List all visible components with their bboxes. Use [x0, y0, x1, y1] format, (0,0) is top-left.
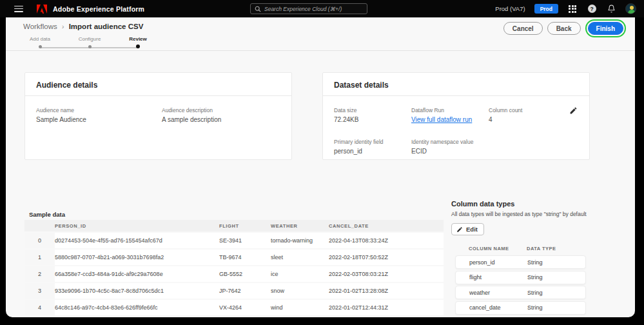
step-dot [39, 45, 42, 48]
sample-data-table: PERSON_ID FLIGHT WEATHER CANCEL_DATE 0 d… [24, 220, 444, 317]
dataset-details-card: Dataset details Data size 72.24KB Datafl… [322, 72, 590, 160]
column-data-types-title: Column data types [451, 200, 596, 208]
search-icon [255, 6, 261, 12]
notifications-bell-icon[interactable] [606, 4, 616, 14]
cancel-button[interactable]: Cancel [503, 22, 543, 35]
dataset-details-title: Dataset details [334, 81, 389, 90]
dataflow-run-field: Dataflow Run View full dataflow run [411, 107, 472, 123]
top-bar: Adobe Experience Platform Prod (VA7) Pro… [0, 0, 644, 17]
sample-data-header-row: PERSON_ID FLIGHT WEATHER CANCEL_DATE [24, 220, 444, 231]
search-box[interactable] [250, 3, 367, 14]
breadcrumb-separator: › [62, 23, 64, 30]
breadcrumb-workflows-link[interactable]: Workflows [23, 23, 57, 30]
step-configure[interactable]: Configure [68, 36, 111, 48]
audience-name-field: Audience name Sample Audience [36, 107, 86, 123]
table-row: 1 5880c987-0707-4b21-a069-3031b7698fa2 T… [24, 250, 444, 265]
step-review[interactable]: Review [117, 36, 159, 48]
column-count-field: Column count 4 [489, 107, 522, 123]
user-avatar[interactable] [625, 3, 636, 14]
audience-description-field: Audience description A sample descriptio… [162, 107, 221, 123]
column-data-types-panel: Column data types All data types will be… [451, 200, 596, 316]
finish-button[interactable]: Finish [588, 22, 623, 35]
edit-dataset-pencil-icon[interactable] [569, 106, 578, 115]
edit-data-types-button[interactable]: Edit [451, 223, 484, 235]
list-item: weather String [455, 286, 586, 299]
list-item: person_id String [455, 255, 586, 269]
pencil-icon [456, 226, 463, 233]
adobe-logo-icon [36, 4, 47, 14]
breadcrumb: Workflows › Import audience CSV [23, 23, 143, 30]
sample-data-title: Sample data [29, 211, 65, 218]
list-item: flight String [455, 271, 586, 284]
table-row: 2 66a358e7-ccd3-484a-91dc-af9c29a7608e G… [24, 266, 444, 282]
search-input[interactable] [264, 6, 363, 12]
identity-namespace-field: Identity namespace value ECID [411, 139, 473, 155]
column-data-types-subtitle: All data types will be ingested as type … [451, 211, 596, 217]
table-row: 3 933e9096-1b70-4c5c-8ac7-8c8d706c5dc1 J… [24, 283, 444, 299]
environment-badge[interactable]: Prod [534, 4, 558, 14]
step-dot [88, 45, 92, 48]
list-item: cancel_date String [455, 301, 586, 315]
audience-details-title: Audience details [36, 81, 97, 90]
primary-identity-field: Primary identity field person_id [334, 139, 384, 155]
environment-label: Prod (VA7) [495, 5, 525, 12]
step-dot [136, 44, 140, 48]
main-content: Workflows › Import audience CSV Cancel B… [6, 17, 635, 317]
app-switcher-grid-icon[interactable] [567, 4, 578, 14]
page-title: Import audience CSV [69, 23, 144, 30]
data-size-field: Data size 72.24KB [334, 107, 358, 123]
column-types-header-row: COLUMN NAME DATA TYPE [451, 246, 596, 251]
view-dataflow-run-link[interactable]: View full dataflow run [411, 116, 472, 123]
workflow-steps: Add data Configure Review [19, 36, 154, 50]
finish-button-highlight: Finish [585, 19, 626, 37]
audience-details-card: Audience details Audience name Sample Au… [24, 72, 292, 160]
back-button[interactable]: Back [547, 22, 581, 35]
table-row: 4 64c8c146-a97c-4cb4-83e6-626ff9fe66fc V… [24, 300, 444, 315]
help-icon[interactable]: ? [587, 4, 597, 14]
header-divider [6, 50, 635, 51]
app-title: Adobe Experience Platform [53, 5, 144, 13]
step-add-data[interactable]: Add data [19, 36, 61, 48]
table-row: 0 d0274453-504e-4f55-ad76-155454afc67d S… [24, 233, 444, 248]
hamburger-menu-icon[interactable] [14, 6, 23, 12]
